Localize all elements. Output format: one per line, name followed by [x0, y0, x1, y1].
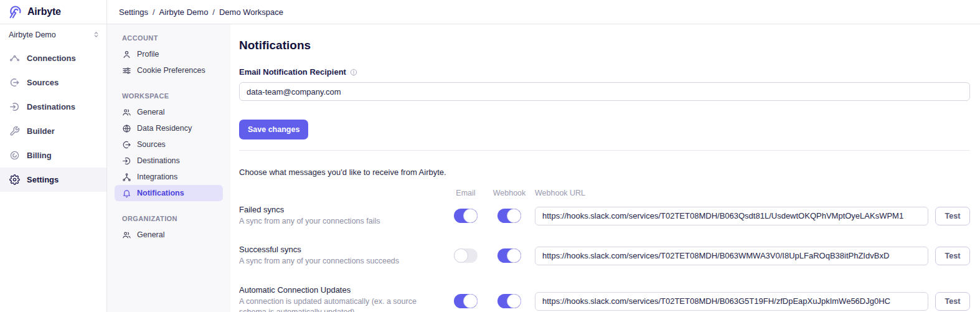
- breadcrumb-separator: /: [153, 7, 155, 17]
- page-title: Notifications: [239, 39, 970, 52]
- email-toggle[interactable]: [454, 209, 478, 223]
- header-email: Email: [456, 189, 475, 197]
- user-icon: [122, 50, 131, 59]
- globe-icon: [122, 124, 131, 133]
- notifications-description: Choose what messages you'd like to recei…: [239, 168, 970, 177]
- row-description: A sync from any of your connections fail…: [239, 216, 441, 227]
- header-webhook: Webhook: [493, 189, 526, 197]
- sidebar-item-sources[interactable]: Sources: [0, 70, 106, 95]
- breadcrumb-separator: /: [212, 7, 215, 17]
- toggle-knob: [463, 294, 478, 308]
- coin-icon: [9, 150, 20, 161]
- row-description: A sync from any of your connections succ…: [239, 256, 441, 267]
- users-icon: [122, 108, 131, 117]
- settings-nav-destinations[interactable]: Destinations: [115, 153, 223, 169]
- settings-nav-label: Sources: [137, 140, 166, 149]
- wrench-icon: [9, 126, 20, 136]
- row-title: Automatic Connection Updates: [239, 285, 441, 295]
- settings-nav-label: Data Residency: [137, 124, 192, 133]
- sidebar-item-label: Sources: [27, 78, 59, 87]
- email-toggle[interactable]: [454, 294, 478, 308]
- sidebar-item-label: Destinations: [27, 102, 75, 111]
- save-changes-button[interactable]: Save changes: [239, 120, 308, 139]
- test-webhook-button[interactable]: Test: [935, 247, 970, 265]
- notification-row-automatic-connection-updates: Automatic Connection Updates A connectio…: [239, 285, 970, 312]
- toggle-knob: [463, 209, 478, 223]
- toggle-knob: [507, 209, 521, 223]
- settings-nav-general[interactable]: General: [115, 104, 223, 120]
- webhook-url-input[interactable]: [535, 292, 928, 311]
- sidebar-item-label: Builder: [27, 126, 55, 136]
- test-webhook-button[interactable]: Test: [935, 292, 970, 311]
- settings-nav-integrations[interactable]: Integrations: [115, 169, 223, 185]
- row-title: Failed syncs: [239, 205, 441, 214]
- source-icon: [9, 77, 20, 88]
- breadcrumb-organization[interactable]: Airbyte Demo: [159, 7, 209, 17]
- sidebar-item-label: Settings: [27, 175, 59, 184]
- main-content: Notifications Email Notification Recipie…: [230, 24, 980, 312]
- brand-name: Airbyte: [27, 6, 61, 17]
- sidebar-item-label: Connections: [27, 54, 76, 63]
- section-title-organization: ORGANIZATION: [122, 215, 223, 222]
- info-icon[interactable]: [350, 69, 357, 76]
- connections-icon: [9, 53, 20, 64]
- section-divider: [239, 150, 970, 151]
- sidebar-item-destinations[interactable]: Destinations: [0, 95, 106, 119]
- toggle-knob: [507, 248, 521, 263]
- email-recipient-input[interactable]: [239, 82, 970, 101]
- settings-nav-label: Notifications: [137, 189, 184, 197]
- toggle-knob: [454, 248, 468, 263]
- app-window: Airbyte Airbyte Demo Connections: [0, 0, 980, 312]
- breadcrumb: Settings / Airbyte Demo / Demo Workspace: [107, 0, 980, 24]
- webhook-toggle[interactable]: [497, 248, 521, 263]
- settings-nav-notifications[interactable]: Notifications: [115, 185, 223, 201]
- notification-row-failed-syncs: Failed syncs A sync from any of your con…: [239, 205, 970, 227]
- toggle-knob: [507, 294, 521, 308]
- bell-icon: [122, 189, 131, 198]
- email-recipient-label: Email Notification Recipient: [239, 67, 346, 77]
- destination-icon: [122, 156, 131, 166]
- sidebar-nav: Connections Sources Dest: [0, 45, 106, 192]
- section-title-account: ACCOUNT: [122, 34, 223, 42]
- workspace-selector[interactable]: Airbyte Demo: [0, 24, 106, 45]
- integrations-icon: [122, 173, 131, 182]
- users-icon: [122, 230, 131, 240]
- notification-table-header: Email Webhook Webhook URL: [239, 189, 970, 197]
- gear-icon: [9, 174, 20, 185]
- settings-nav-label: Profile: [137, 50, 159, 59]
- webhook-toggle[interactable]: [497, 294, 521, 308]
- settings-nav-sources[interactable]: Sources: [115, 136, 223, 153]
- email-toggle[interactable]: [454, 248, 478, 263]
- test-webhook-button[interactable]: Test: [935, 207, 970, 225]
- row-description: A connection is updated automatically (e…: [239, 296, 441, 312]
- notification-row-successful-syncs: Successful syncs A sync from any of your…: [239, 245, 970, 267]
- row-title: Successful syncs: [239, 245, 441, 254]
- sidebar-item-billing[interactable]: Billing: [0, 143, 106, 168]
- settings-nav-cookie-preferences[interactable]: Cookie Preferences: [115, 62, 223, 78]
- sidebar-item-connections[interactable]: Connections: [0, 46, 106, 70]
- chevrons-up-down-icon: [92, 31, 100, 39]
- breadcrumb-settings[interactable]: Settings: [119, 7, 148, 17]
- settings-nav-label: General: [137, 108, 164, 116]
- breadcrumb-workspace[interactable]: Demo Workspace: [219, 7, 283, 17]
- settings-nav-label: Destinations: [137, 156, 180, 165]
- destination-icon: [9, 102, 20, 112]
- sliders-icon: [122, 66, 131, 75]
- sidebar-item-label: Billing: [27, 151, 52, 160]
- source-icon: [122, 140, 131, 149]
- airbyte-logo-icon: [8, 4, 23, 19]
- webhook-url-input[interactable]: [535, 247, 928, 265]
- header-webhook-url: Webhook URL: [535, 189, 928, 197]
- webhook-toggle[interactable]: [497, 209, 521, 223]
- airbyte-logo[interactable]: Airbyte: [0, 0, 106, 24]
- sidebar-item-settings[interactable]: Settings: [0, 168, 106, 192]
- sidebar: Airbyte Airbyte Demo Connections: [0, 0, 107, 312]
- settings-nav-label: General: [137, 230, 164, 239]
- sidebar-item-builder[interactable]: Builder: [0, 119, 106, 143]
- webhook-url-input[interactable]: [535, 207, 928, 225]
- settings-subnav: ACCOUNT Profile: [107, 24, 230, 312]
- settings-nav-profile[interactable]: Profile: [115, 46, 223, 62]
- section-title-workspace: WORKSPACE: [122, 92, 223, 100]
- settings-nav-data-residency[interactable]: Data Residency: [115, 120, 223, 136]
- settings-nav-org-general[interactable]: General: [115, 227, 223, 243]
